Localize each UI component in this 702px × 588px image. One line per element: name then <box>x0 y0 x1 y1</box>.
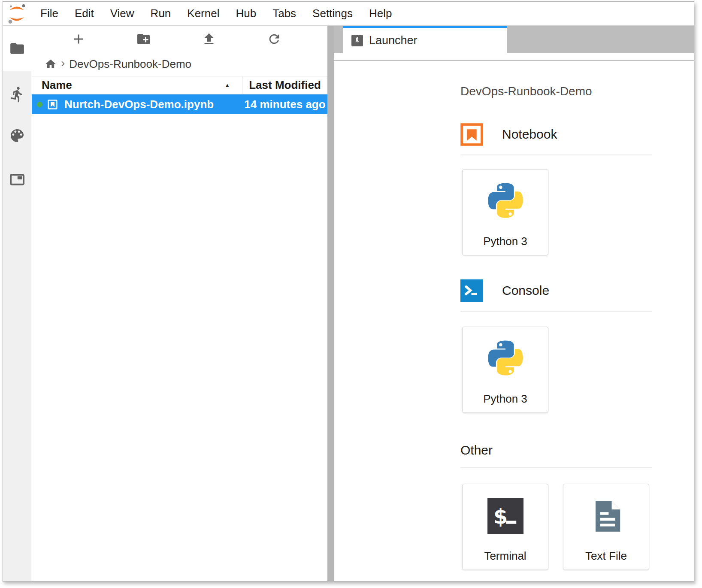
refresh-icon <box>267 32 281 46</box>
tabs-icon <box>9 171 26 188</box>
section-divider <box>460 155 652 155</box>
python-logo-icon <box>484 340 527 384</box>
new-folder-button[interactable] <box>111 27 176 51</box>
section-label-console: Console <box>502 283 549 298</box>
launcher-cwd-title: DevOps-Runbook-Demo <box>460 85 592 98</box>
section-label-notebook: Notebook <box>502 127 557 142</box>
plus-icon <box>71 31 86 47</box>
column-modified-label: Last Modified <box>249 79 321 91</box>
section-divider <box>460 311 652 312</box>
home-icon[interactable] <box>45 58 57 70</box>
upload-icon <box>201 31 217 47</box>
jupyter-logo-icon <box>7 3 27 24</box>
launcher-rocket-icon <box>351 35 363 46</box>
new-launcher-button[interactable] <box>46 27 111 51</box>
menu-item-settings[interactable]: Settings <box>304 2 361 25</box>
kernel-running-dot <box>37 102 42 107</box>
new-folder-icon <box>136 31 151 47</box>
sort-ascending-icon: ▲ <box>224 82 230 88</box>
card-label: Text File <box>585 549 627 563</box>
card-label: Python 3 <box>483 235 527 248</box>
card-label: Terminal <box>484 549 526 563</box>
notebook-icon <box>460 123 483 146</box>
section-header-other: Other <box>460 442 493 459</box>
card-label: Python 3 <box>483 392 527 406</box>
menu-items: File Edit View Run Kernel Hub Tabs Setti… <box>32 2 400 25</box>
tab-launcher-label: Launcher <box>369 34 418 47</box>
breadcrumb-current-folder: DevOps-Runbook-Demo <box>69 58 191 71</box>
file-browser-panel: › DevOps-Runbook-Demo Name ▲ Last Modifi… <box>32 26 327 581</box>
sidebar-item-running-sessions[interactable] <box>3 84 31 105</box>
console-icon <box>460 279 483 302</box>
activity-bar <box>3 26 31 581</box>
menu-item-help[interactable]: Help <box>361 2 400 25</box>
column-name-label: Name <box>42 79 72 92</box>
launcher-card-console-python3[interactable]: Python 3 <box>462 327 548 413</box>
section-divider <box>460 467 652 468</box>
launcher-card-terminal[interactable]: $ Terminal <box>462 484 548 570</box>
launcher-card-text-file[interactable]: Text File <box>563 484 649 570</box>
activity-bar-rest <box>3 71 31 581</box>
notebook-cards: Python 3 <box>462 169 548 255</box>
breadcrumb-separator: › <box>61 56 65 70</box>
menu-item-edit[interactable]: Edit <box>67 2 102 25</box>
text-file-icon <box>588 498 625 535</box>
sidebar-item-command-palette[interactable] <box>3 125 31 146</box>
menu-item-view[interactable]: View <box>102 2 142 25</box>
dock-panel-divider <box>334 60 694 61</box>
terminal-icon: $ <box>487 498 523 534</box>
menu-item-file[interactable]: File <box>32 2 67 25</box>
dock-tab-bar: Launcher <box>334 26 694 53</box>
python-logo-icon <box>484 182 527 226</box>
refresh-button[interactable] <box>242 27 307 51</box>
active-tab-accent <box>343 26 507 28</box>
file-row-selected[interactable]: Nurtch-DevOps-Demo.ipynb 14 minutes ago <box>32 94 327 114</box>
running-man-icon <box>9 86 26 103</box>
main-dock-area: Launcher DevOps-Runbook-Demo Notebook <box>334 26 694 581</box>
section-header-console: Console <box>460 279 549 302</box>
tab-launcher[interactable]: Launcher <box>343 26 507 53</box>
sidebar-item-file-browser[interactable] <box>3 26 31 71</box>
palette-icon <box>9 127 26 144</box>
file-browser-toolbar <box>32 26 327 52</box>
other-cards: $ Terminal Text File <box>462 484 649 570</box>
notebook-file-icon <box>47 99 58 110</box>
column-header-name[interactable]: Name ▲ <box>32 76 242 94</box>
svg-text:$: $ <box>493 505 508 528</box>
column-header-last-modified[interactable]: Last Modified <box>242 79 327 92</box>
file-list-header: Name ▲ Last Modified <box>32 76 327 94</box>
jupyterlab-window: File Edit View Run Kernel Hub Tabs Setti… <box>3 1 694 582</box>
menu-item-kernel[interactable]: Kernel <box>179 2 227 25</box>
launcher-card-notebook-python3[interactable]: Python 3 <box>462 169 548 255</box>
sidebar-item-open-tabs[interactable] <box>3 169 31 190</box>
panel-splitter-handle[interactable] <box>327 26 334 581</box>
menu-item-hub[interactable]: Hub <box>227 2 264 25</box>
upload-button[interactable] <box>176 27 242 51</box>
menu-bar: File Edit View Run Kernel Hub Tabs Setti… <box>3 2 694 26</box>
console-cards: Python 3 <box>462 327 548 413</box>
section-label-other: Other <box>460 443 493 458</box>
file-name: Nurtch-DevOps-Demo.ipynb <box>64 98 214 111</box>
launcher-panel: DevOps-Runbook-Demo Notebook Python 3 <box>460 85 654 574</box>
breadcrumb: › DevOps-Runbook-Demo <box>32 52 327 76</box>
file-last-modified: 14 minutes ago <box>242 98 327 111</box>
folder-icon <box>9 40 25 57</box>
menu-item-run[interactable]: Run <box>142 2 179 25</box>
section-header-notebook: Notebook <box>460 123 557 146</box>
menu-item-tabs[interactable]: Tabs <box>264 2 304 25</box>
